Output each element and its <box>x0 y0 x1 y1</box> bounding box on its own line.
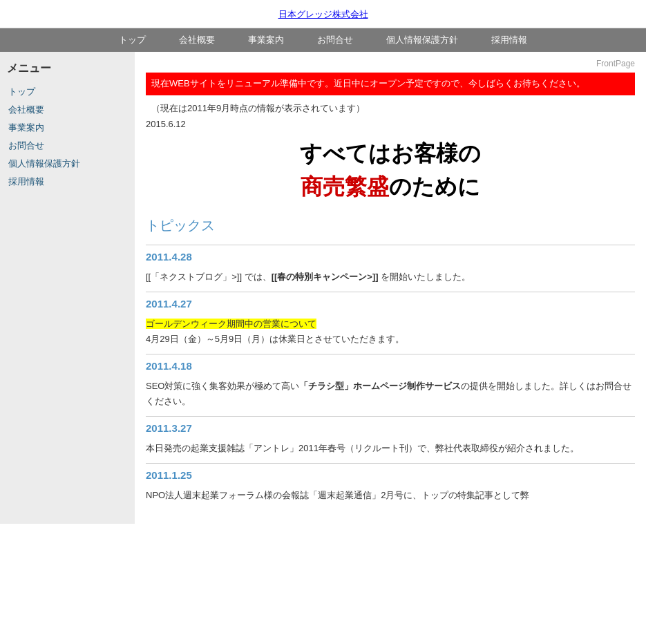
site-header: 日本グレッジ株式会社 <box>0 0 646 28</box>
sidebar: メニュー トップ 会社概要 事業案内 お問合せ 個人情報保護方針 採用情報 <box>0 52 135 524</box>
nav-item-company[interactable]: 会社概要 <box>162 28 231 52</box>
topic-date: 2011.1.25 <box>146 463 635 484</box>
sidebar-item-contact[interactable]: お問合せ <box>7 137 128 155</box>
topic-item: 2011.3.27 本日発売の起業支援雑誌「アントレ」2011年春号（リクルート… <box>146 416 635 463</box>
nav-item-contact[interactable]: お問合せ <box>301 28 370 52</box>
nav-item-recruit[interactable]: 採用情報 <box>475 28 544 52</box>
main-nav: トップ 会社概要 事業案内 お問合せ 個人情報保護方針 採用情報 <box>0 28 646 52</box>
sidebar-item-top[interactable]: トップ <box>7 83 128 101</box>
sidebar-nav-list: トップ 会社概要 事業案内 お問合せ 個人情報保護方針 採用情報 <box>7 83 128 191</box>
publish-date: 2015.6.12 <box>146 119 635 129</box>
hero-red-text: 商売繁盛 <box>301 174 389 199</box>
topic-date: 2011.4.18 <box>146 354 635 375</box>
topic-item: 2011.1.25 NPO法人週末起業フォーラム様の会報誌「週末起業通信」2月号… <box>146 463 635 510</box>
main-content: FrontPage 現在WEBサイトをリニューアル準備中です。近日中にオープン予… <box>135 52 646 524</box>
page-layout: メニュー トップ 会社概要 事業案内 お問合せ 個人情報保護方針 採用情報 Fr… <box>0 52 646 524</box>
topics-section: トピックス 2011.4.28 [[「ネクストブログ」>]] では、[[春の特別… <box>146 216 635 511</box>
nav-item-privacy[interactable]: 個人情報保護方針 <box>370 28 475 52</box>
topic-item: 2011.4.18 SEO対策に強く集客効果が極めて高い「チラシ型」ホームページ… <box>146 354 635 416</box>
renewal-notice-text: 現在WEBサイトをリニューアル準備中です。近日中にオープン予定ですので、今しばら… <box>151 78 585 88</box>
topic-body: [[「ネクストブログ」>]] では、[[春の特別キャンペーン>]] を開始いたし… <box>146 265 635 292</box>
sidebar-item-privacy[interactable]: 個人情報保護方針 <box>7 155 128 173</box>
topics-title: トピックス <box>146 216 635 235</box>
sidebar-item-business[interactable]: 事業案内 <box>7 119 128 137</box>
topic-date: 2011.3.27 <box>146 416 635 437</box>
topic-bold-text: [[春の特別キャンペーン>]] <box>272 272 379 282</box>
topic-text-before: SEO対策に強く集客効果が極めて高い <box>146 381 299 391</box>
topic-body: ゴールデンウィーク期間中の営業について 4月29日（金）～5月9日（月）は休業日… <box>146 312 635 354</box>
hero-line1: すべてはお客様の <box>146 139 635 169</box>
menu-title: メニュー <box>7 61 128 76</box>
frontpage-label: FrontPage <box>146 59 635 68</box>
sidebar-item-recruit[interactable]: 採用情報 <box>7 173 128 191</box>
topic-bold-text: 「チラシ型」ホームページ制作サービス <box>299 381 461 391</box>
hero-section: すべてはお客様の 商売繁盛のために <box>146 139 635 202</box>
topic-text: 4月29日（金）～5月9日（月）は休業日とさせていただきます。 <box>146 334 404 344</box>
topic-date: 2011.4.28 <box>146 245 635 265</box>
site-title: 日本グレッジ株式会社 <box>278 9 368 19</box>
site-title-link[interactable]: 日本グレッジ株式会社 <box>278 9 368 19</box>
note-text: （現在は2011年9月時点の情報が表示されています） <box>146 102 635 115</box>
topic-date: 2011.4.27 <box>146 292 635 312</box>
topic-item: 2011.4.28 [[「ネクストブログ」>]] では、[[春の特別キャンペーン… <box>146 245 635 292</box>
topic-item: 2011.4.27 ゴールデンウィーク期間中の営業について 4月29日（金）～5… <box>146 292 635 354</box>
hero-black-text: のために <box>389 174 480 199</box>
highlighted-title: ゴールデンウィーク期間中の営業について <box>146 319 316 329</box>
nav-item-business[interactable]: 事業案内 <box>231 28 301 52</box>
hero-line2: 商売繁盛のために <box>146 172 635 202</box>
nav-item-top[interactable]: トップ <box>102 28 162 52</box>
sidebar-item-company[interactable]: 会社概要 <box>7 101 128 119</box>
renewal-notice: 現在WEBサイトをリニューアル準備中です。近日中にオープン予定ですので、今しばら… <box>146 73 635 95</box>
topic-body: NPO法人週末起業フォーラム様の会報誌「週末起業通信」2月号に、トップの特集記事… <box>146 484 635 510</box>
topic-body: 本日発売の起業支援雑誌「アントレ」2011年春号（リクルート刊）で、弊社代表取締… <box>146 437 635 463</box>
topic-body: SEO対策に強く集客効果が極めて高い「チラシ型」ホームページ制作サービスの提供を… <box>146 375 635 416</box>
